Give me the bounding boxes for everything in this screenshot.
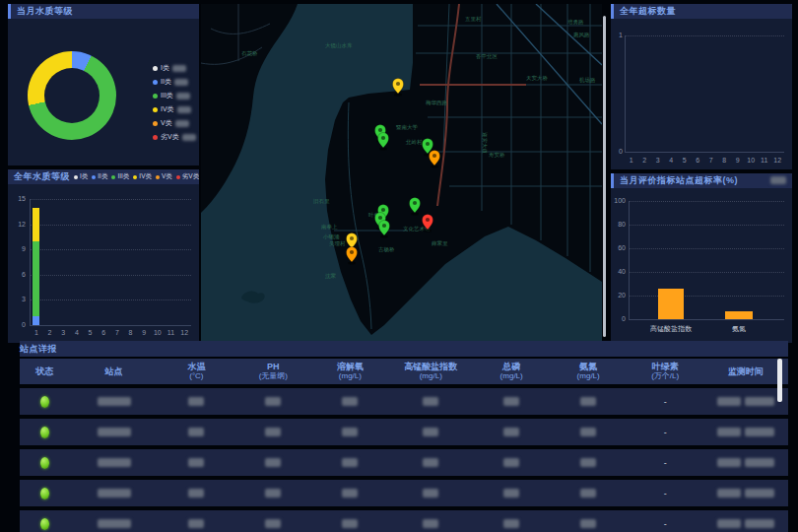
value-redacted xyxy=(342,489,358,498)
table-row[interactable]: - xyxy=(20,449,788,476)
table-header-cell: 监测时间 xyxy=(703,359,788,384)
gridline xyxy=(629,296,784,297)
panel-yearly-exceed-header: 全年超标数量 xyxy=(611,4,792,19)
legend-dot xyxy=(176,175,180,179)
legend-label: 劣V类 xyxy=(182,172,199,181)
stacked-bar-segment xyxy=(33,316,39,325)
table-header-label: 叶绿素 xyxy=(652,362,679,371)
y-axis-line xyxy=(629,201,630,319)
map-place-label: 北岭村 xyxy=(405,139,423,146)
legend-item: IV类 xyxy=(133,172,152,181)
value-redacted xyxy=(342,397,358,406)
rate-bar xyxy=(658,289,684,319)
value-redacted xyxy=(423,397,438,406)
table-cell xyxy=(158,397,234,406)
gridline xyxy=(30,299,191,300)
table-cell xyxy=(473,489,550,498)
monitor-date-redacted xyxy=(717,397,741,406)
pin-hole xyxy=(381,136,385,140)
monitor-date-redacted xyxy=(717,458,741,467)
value-redacted xyxy=(423,428,438,436)
table-cell xyxy=(70,397,159,406)
map-place-label: 寿安桥 xyxy=(489,152,505,158)
table-cell xyxy=(234,489,311,498)
period-selector[interactable] xyxy=(770,176,786,184)
x-axis-tick: 5 xyxy=(89,329,93,336)
map-place-label: 石花桥 xyxy=(241,50,258,57)
legend-item: IV类 xyxy=(153,102,196,116)
x-axis-tick: 11 xyxy=(761,157,767,164)
monitor-time-redacted xyxy=(745,397,774,406)
y-axis-tick: 6 xyxy=(12,271,26,278)
table-scrollbar[interactable] xyxy=(777,359,782,402)
pin-hole xyxy=(432,154,436,158)
table-row[interactable]: - xyxy=(20,510,788,532)
value-redacted xyxy=(580,428,596,436)
legend-item: III类 xyxy=(111,172,129,181)
table-header-label: 站点 xyxy=(105,366,123,376)
legend-dot xyxy=(92,175,96,179)
monitor-date-redacted xyxy=(717,519,741,528)
table-cell xyxy=(311,489,388,498)
stacked-bar-segment xyxy=(33,208,39,241)
monitor-time-redacted xyxy=(745,489,774,498)
value-redacted xyxy=(265,519,281,528)
panel-yearly-water-grade: 全年水质等级 I类II类III类IV类V类劣V类 036912151234567… xyxy=(8,169,199,343)
table-cell xyxy=(158,489,234,498)
panel-yearly-exceed-count: 全年超标数量 10123456789101112 xyxy=(611,4,792,169)
table-cell xyxy=(473,397,550,406)
legend-label: III类 xyxy=(161,91,173,100)
table-header-label: 监测时间 xyxy=(728,366,764,376)
table-cell xyxy=(70,489,159,498)
map-place-label: 五里村 xyxy=(465,16,482,23)
donut-chart xyxy=(28,51,116,140)
table-cell xyxy=(311,397,388,406)
station-name-redacted xyxy=(98,428,131,436)
monitor-date-redacted xyxy=(717,428,741,436)
pin-hole xyxy=(381,208,385,212)
legend-item: III类 xyxy=(153,89,196,102)
x-axis-line xyxy=(629,319,784,320)
table-cell xyxy=(311,428,388,436)
chlorophyll-value: - xyxy=(664,519,667,529)
x-axis-tick: 3 xyxy=(656,157,660,164)
x-axis-tick: 12 xyxy=(773,157,781,164)
header-accent-bar xyxy=(8,4,11,19)
map-canvas[interactable]: 石花桥大镜山水库培勇路惠风路五里村香中北区梅华西路暨南大学北岭村天安大桥机场路迎… xyxy=(201,4,602,343)
y-axis-tick: 0 xyxy=(611,148,623,155)
station-name-redacted xyxy=(98,489,131,498)
table-row[interactable]: - xyxy=(20,480,788,506)
pin-hole xyxy=(350,236,354,240)
gridline xyxy=(30,225,191,226)
legend-dot xyxy=(153,94,158,99)
vertical-scrollbar[interactable] xyxy=(603,16,606,337)
legend-dot xyxy=(153,135,158,140)
table-header-cell: 水温(°C) xyxy=(158,359,234,384)
chlorophyll-value: - xyxy=(664,428,667,437)
table-row[interactable]: - xyxy=(20,419,788,445)
table-cell xyxy=(550,458,627,467)
table-cell xyxy=(550,397,627,406)
legend-dot xyxy=(153,121,158,126)
table-cell xyxy=(703,458,788,467)
gridline xyxy=(629,272,784,273)
map-view[interactable]: 石花桥大镜山水库培勇路惠风路五里村香中北区梅华西路暨南大学北岭村天安大桥机场路迎… xyxy=(201,4,602,343)
table-row[interactable]: - xyxy=(20,388,788,415)
legend-dot xyxy=(133,175,137,179)
legend-value-redacted xyxy=(174,79,188,86)
map-place-label: 机场路 xyxy=(579,77,596,84)
table-header-row: 状态站点水温(°C)PH(无量纲)溶解氧(mg/L)高锰酸盐指数(mg/L)总磷… xyxy=(20,359,788,384)
value-redacted xyxy=(188,458,204,467)
map-place-label: 古杨桥 xyxy=(378,246,395,253)
rate-bar xyxy=(725,311,753,319)
table-cell xyxy=(20,488,70,499)
x-axis-tick: 9 xyxy=(736,157,740,164)
map-place-label: 大镜山水库 xyxy=(325,42,353,49)
status-indicator-green xyxy=(40,396,49,408)
table-cell xyxy=(388,428,473,436)
legend-label: II类 xyxy=(98,172,107,181)
table-header-unit: (mg/L) xyxy=(339,371,362,381)
gridline xyxy=(30,275,191,276)
panel-monthly-exceed-rate-header: 当月评价指标站点超标率(%) xyxy=(611,173,792,188)
x-axis-tick: 3 xyxy=(61,329,65,336)
